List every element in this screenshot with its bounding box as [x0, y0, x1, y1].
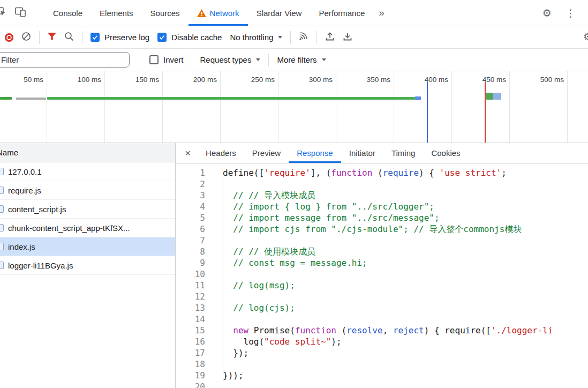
code-line: 18	[176, 359, 588, 370]
disable-cache-checkbox[interactable]: Disable cache	[157, 33, 222, 42]
detail-tab-label: Initiator	[349, 148, 375, 158]
grid-line	[394, 71, 394, 143]
close-detail-icon[interactable]: ×	[178, 143, 198, 163]
throttling-value: No throttling	[230, 33, 273, 42]
fold-gutter	[205, 325, 223, 336]
waterfall-bar	[486, 93, 493, 100]
more-filters-dropdown[interactable]: More filters	[277, 55, 326, 64]
tab-performance[interactable]: Performance	[310, 0, 373, 26]
fold-gutter	[205, 268, 223, 280]
line-number: 9	[176, 257, 205, 268]
time-tick-label: 500 ms	[521, 76, 564, 84]
devtools-left-icons	[0, 0, 44, 26]
request-row[interactable]: chunk-content_script_app-tKfSX...	[0, 219, 175, 237]
code-line: 14	[176, 314, 588, 325]
detail-tab-label: Preview	[252, 148, 281, 158]
detail-tab-preview[interactable]: Preview	[244, 143, 289, 163]
fold-gutter	[205, 280, 223, 291]
line-number: 17	[176, 347, 205, 359]
fold-gutter	[205, 235, 223, 246]
overview[interactable]: 50 ms100 ms150 ms200 ms250 ms300 ms350 m…	[0, 71, 588, 143]
code-line: 17 });	[176, 347, 588, 359]
detail-tab-label: Headers	[206, 148, 236, 158]
request-row[interactable]: content_script.js	[0, 200, 175, 219]
detail-tab-timing[interactable]: Timing	[383, 143, 423, 163]
grid-line	[278, 71, 278, 143]
network-conditions-icon[interactable]	[299, 32, 308, 43]
tab-sources[interactable]: Sources	[142, 0, 189, 26]
code-view[interactable]: 1define(['require'], (function (require)…	[176, 163, 588, 388]
tab-elements[interactable]: Elements	[91, 0, 142, 26]
code-text	[223, 178, 588, 190]
request-name: logger-li11BGya.js	[8, 261, 73, 270]
code-line: 5 // import message from "../src/message…	[176, 212, 588, 223]
code-line: 16 log("code split~");	[176, 336, 588, 347]
import-har-icon[interactable]	[325, 32, 335, 43]
name-column-header[interactable]: Name	[0, 143, 175, 162]
waterfall-bar	[16, 98, 46, 100]
request-row[interactable]: logger-li11BGya.js	[0, 256, 175, 275]
line-number: 19	[176, 370, 205, 381]
settings-gear-icon[interactable]: ⚙	[542, 8, 552, 18]
request-row[interactable]: require.js	[0, 181, 175, 200]
request-row[interactable]: 127.0.0.1	[0, 162, 175, 181]
code-line: 6 // import cjs from "./cjs-module"; // …	[176, 223, 588, 235]
waterfall-bar	[493, 93, 501, 100]
line-number: 16	[176, 336, 205, 347]
fold-gutter	[205, 381, 223, 388]
detail-tab-response[interactable]: Response	[289, 143, 341, 163]
detail-tab-label: Cookies	[431, 148, 460, 158]
code-text: // const msg = message.hi;	[223, 257, 588, 268]
invert-label: Invert	[163, 55, 184, 64]
code-text: // // 使用模块成员	[223, 246, 588, 257]
grid-line	[567, 71, 568, 143]
request-row[interactable]: index.js	[0, 237, 175, 256]
throttling-select[interactable]: No throttling	[230, 33, 282, 42]
code-text: // log(cjs);	[223, 302, 588, 314]
export-har-icon[interactable]	[343, 32, 352, 43]
more-tabs-chevron[interactable]: »	[373, 0, 390, 26]
tab-label: Elements	[100, 9, 133, 18]
detail-tab-headers[interactable]: Headers	[198, 143, 244, 163]
request-types-dropdown[interactable]: Request types	[200, 55, 261, 64]
network-settings-gear-icon[interactable]: ⚙	[583, 32, 588, 42]
code-line: 2	[176, 178, 588, 190]
grid-line	[47, 71, 47, 143]
fold-gutter	[205, 178, 223, 190]
line-number: 12	[176, 291, 205, 302]
invert-checkbox[interactable]: Invert	[149, 55, 184, 64]
kebab-menu-icon[interactable]: ⋮	[566, 8, 576, 18]
detail-tab-initiator[interactable]: Initiator	[341, 143, 383, 163]
request-list-panel: Name 127.0.0.1require.jscontent_script.j…	[0, 143, 176, 388]
tab-network[interactable]: Network	[189, 0, 248, 26]
tab-strip: ConsoleElementsSourcesNetworkSlardar Vie…	[44, 0, 373, 26]
inspect-icon[interactable]	[0, 6, 6, 19]
device-toolbar-icon[interactable]	[15, 7, 26, 19]
code-line: 9 // const msg = message.hi;	[176, 257, 588, 268]
search-icon[interactable]	[64, 32, 74, 43]
preserve-log-checkbox[interactable]: Preserve log	[91, 33, 149, 42]
devtools-right-icons: ⚙ ⋮ ×	[542, 0, 588, 26]
filter-toggle-icon[interactable]	[48, 33, 56, 42]
fold-gutter	[205, 370, 223, 381]
tab-slardar-view[interactable]: Slardar View	[248, 0, 311, 26]
toolbar-divider	[82, 31, 82, 44]
file-icon	[0, 243, 4, 250]
request-name: require.js	[8, 186, 41, 195]
code-text	[223, 381, 588, 388]
code-line: 3 // // 导入模块成员	[176, 190, 588, 201]
toolbar-divider	[316, 31, 317, 44]
filter-input[interactable]	[0, 52, 130, 68]
record-button[interactable]	[5, 33, 13, 42]
line-number: 13	[176, 302, 205, 314]
grid-line	[336, 71, 336, 143]
fold-gutter	[205, 291, 223, 302]
fold-gutter	[205, 257, 223, 268]
detail-tab-cookies[interactable]: Cookies	[423, 143, 468, 163]
tab-console[interactable]: Console	[44, 0, 91, 26]
file-icon	[0, 262, 4, 269]
tab-label: Console	[53, 9, 82, 18]
disable-cache-label: Disable cache	[171, 33, 222, 42]
fold-gutter	[205, 302, 223, 314]
clear-button[interactable]	[21, 32, 31, 43]
